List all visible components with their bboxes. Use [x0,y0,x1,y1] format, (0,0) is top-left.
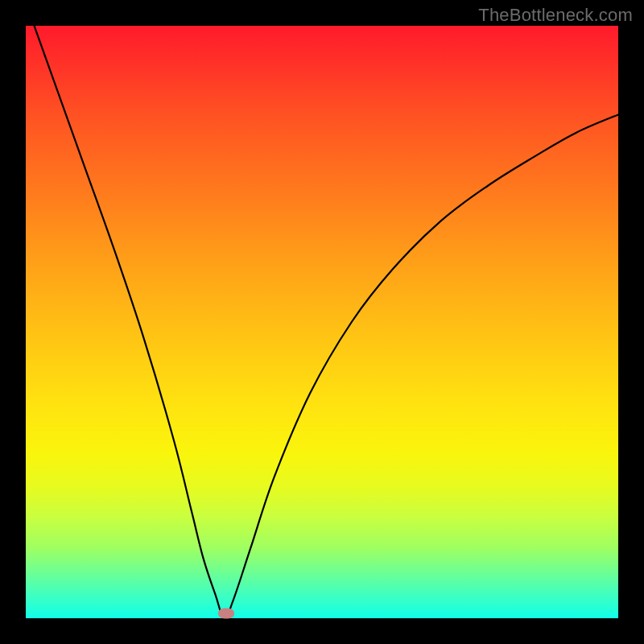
bottleneck-curve [26,26,618,618]
plot-area [26,26,618,618]
chart-frame: TheBottleneck.com [0,0,644,644]
optimal-point-marker [218,609,234,619]
watermark-text: TheBottleneck.com [478,5,633,26]
